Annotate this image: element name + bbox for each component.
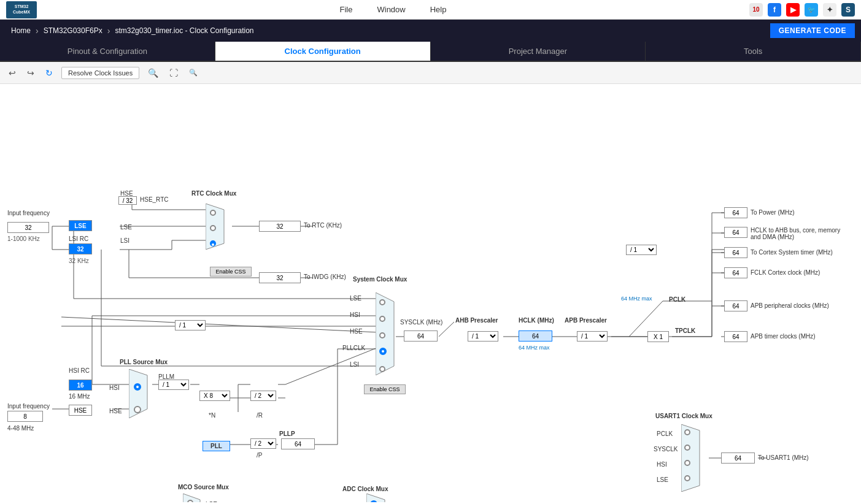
lse-label-rtc: LSE: [120, 224, 132, 231]
usart1-out-val[interactable]: 64: [721, 452, 755, 464]
to-cortex-label: To Cortex System timer (MHz): [751, 249, 833, 256]
mco-lse-radio[interactable]: [187, 500, 193, 502]
hclk-value[interactable]: 64: [519, 330, 552, 342]
pll-source-mux-shape: [129, 369, 156, 418]
div32-box[interactable]: / 32: [118, 196, 137, 205]
r-select[interactable]: / 2/ 4/ 8: [250, 391, 276, 401]
svg-line-30: [61, 317, 377, 332]
breadcrumb-bar: Home › STM32G030F6Px › stm32g030_timer.i…: [0, 20, 861, 42]
social-icons: 10 f ▶ 🐦 ✦ S: [749, 3, 855, 17]
usart1-pclk-radio[interactable]: [684, 429, 690, 435]
tab-project[interactable]: Project Manager: [431, 42, 646, 61]
usart1-lse-radio[interactable]: [684, 475, 690, 481]
usart1-lse-label: LSE: [657, 476, 668, 483]
apb-timer-val[interactable]: 64: [724, 331, 747, 342]
enable-css-sys[interactable]: Enable CSS: [364, 384, 406, 394]
p-select[interactable]: / 2/ 4/ 8: [250, 438, 276, 449]
div1-cortex-select[interactable]: / 1/ 2: [626, 245, 657, 255]
app-logo: STM32CubeMX: [6, 1, 37, 18]
generate-code-button[interactable]: GENERATE CODE: [770, 23, 855, 38]
input-freq1-value[interactable]: 32: [7, 222, 49, 233]
undo-button[interactable]: ↩: [6, 67, 18, 79]
share-icon[interactable]: ✦: [823, 3, 836, 17]
resolve-clock-button[interactable]: Resolve Clock Issues: [61, 67, 139, 79]
to-ahb-label: HCLK to AHB bus, core, memory and DMA (M…: [751, 227, 849, 240]
tab-tools[interactable]: Tools: [646, 42, 861, 61]
usart1-sysclk-radio[interactable]: [684, 445, 690, 451]
input-freq2-label: Input frequency: [7, 403, 50, 410]
badge-icon: 10: [749, 3, 763, 17]
input-freq1-range: 1-1000 KHz: [7, 235, 40, 242]
zoom-in-button[interactable]: 🔍: [145, 67, 161, 79]
window-menu[interactable]: Window: [377, 5, 405, 14]
ahb-div-select[interactable]: / 1/ 2/ 4: [468, 331, 498, 342]
sys-lse-label: LSE: [350, 295, 361, 302]
to-rtc-label: To RTC (KHz): [304, 222, 342, 229]
sys-mux-lsi-radio[interactable]: [379, 366, 385, 372]
help-menu[interactable]: Help: [430, 5, 447, 14]
file-menu[interactable]: File: [340, 5, 353, 14]
top-nav: File Window Help: [37, 5, 749, 14]
hsi-freq-label: 16 MHz: [69, 393, 90, 400]
div1-select-top[interactable]: / 1/ 2/ 4: [175, 320, 206, 330]
breadcrumb-mcu[interactable]: STM32G030F6Px: [39, 26, 107, 35]
iwdg-out-box[interactable]: 32: [259, 272, 301, 283]
sys-pllclk-label: PLLCLK: [342, 345, 365, 351]
to-power-val[interactable]: 64: [724, 207, 747, 218]
sys-mux-hsi-radio[interactable]: [379, 316, 385, 322]
usart1-hsi-radio[interactable]: [684, 460, 690, 466]
rtc-out-box[interactable]: 32: [259, 221, 301, 232]
lse-box[interactable]: LSE: [69, 220, 92, 231]
sysclk-value[interactable]: 64: [404, 330, 438, 342]
pll-label: PLL: [203, 441, 230, 451]
rtc-mux-radio-lsi[interactable]: [210, 240, 216, 246]
mco-lse-label: LSE: [206, 501, 217, 502]
pllp-label: PLLP: [279, 430, 295, 437]
facebook-icon[interactable]: f: [768, 3, 781, 17]
pll-hsi-label: HSI: [109, 384, 120, 391]
youtube-icon[interactable]: ▶: [786, 3, 800, 17]
tab-bar: Pinout & Configuration Clock Configurati…: [0, 42, 861, 62]
xn-select[interactable]: X 8X 4X 16: [199, 391, 230, 401]
pll-src-hsi-radio[interactable]: [134, 383, 141, 391]
sys-mux-pllclk-radio[interactable]: [379, 348, 387, 355]
apb-periph-val[interactable]: 64: [724, 300, 747, 311]
sys-clock-mux-label: System Clock Mux: [353, 276, 407, 283]
to-iwdg-label: To IWDG (KHz): [304, 273, 346, 280]
fullscreen-button[interactable]: ⛶: [167, 67, 180, 79]
twitter-icon[interactable]: 🐦: [805, 3, 818, 17]
to-ahb-val[interactable]: 64: [724, 227, 747, 238]
enable-css-rtc[interactable]: Enable CSS: [210, 267, 252, 277]
pllp-out-box[interactable]: 64: [281, 438, 315, 449]
pll-src-hse-radio[interactable]: [134, 406, 141, 413]
hsi-rc-label: HSI RC: [69, 367, 90, 374]
sys-mux-lse-radio[interactable]: [379, 299, 385, 305]
pclk-label: PCLK: [669, 296, 685, 303]
r-label: /R: [257, 412, 263, 419]
hse-box[interactable]: HSE: [69, 405, 92, 416]
apb-div-select[interactable]: / 1/ 2/ 4: [577, 331, 608, 342]
to-cortex-val[interactable]: 64: [724, 247, 747, 258]
sys-mux-hse-radio[interactable]: [379, 332, 385, 338]
pllm-select[interactable]: / 1/ 2/ 4: [158, 380, 189, 390]
hclk-mhz-label: HCLK (MHz): [519, 317, 554, 324]
sys-hse-label: HSE: [350, 328, 363, 335]
tab-clock[interactable]: Clock Configuration: [215, 42, 431, 61]
pll-hse-label: HSE: [109, 408, 122, 414]
canvas-area: Input frequency 32 1-1000 KHz LSE LSI RC…: [0, 84, 861, 502]
zoom-out-button[interactable]: 🔍: [187, 67, 200, 78]
redo-button[interactable]: ↪: [25, 67, 37, 79]
rtc-mux-radio-lse[interactable]: [210, 225, 216, 231]
st-icon[interactable]: S: [841, 3, 855, 17]
rtc-mux-radio-hse[interactable]: [210, 210, 216, 216]
refresh-button[interactable]: ↻: [43, 67, 55, 79]
input-freq2-value[interactable]: 8: [7, 411, 43, 422]
pclk-max-label: 64 MHz max: [621, 296, 652, 302]
breadcrumb-home[interactable]: Home: [6, 26, 36, 35]
to-fclk-label: FCLK Cortex clock (MHz): [751, 269, 820, 276]
breadcrumb-config[interactable]: stm32g030_timer.ioc - Clock Configuratio…: [110, 26, 258, 35]
rtc-clock-mux-label: RTC Clock Mux: [191, 190, 236, 197]
tab-pinout[interactable]: Pinout & Configuration: [0, 42, 215, 61]
to-fclk-val[interactable]: 64: [724, 267, 747, 278]
usart1-clock-mux-label: USART1 Clock Mux: [655, 413, 712, 419]
